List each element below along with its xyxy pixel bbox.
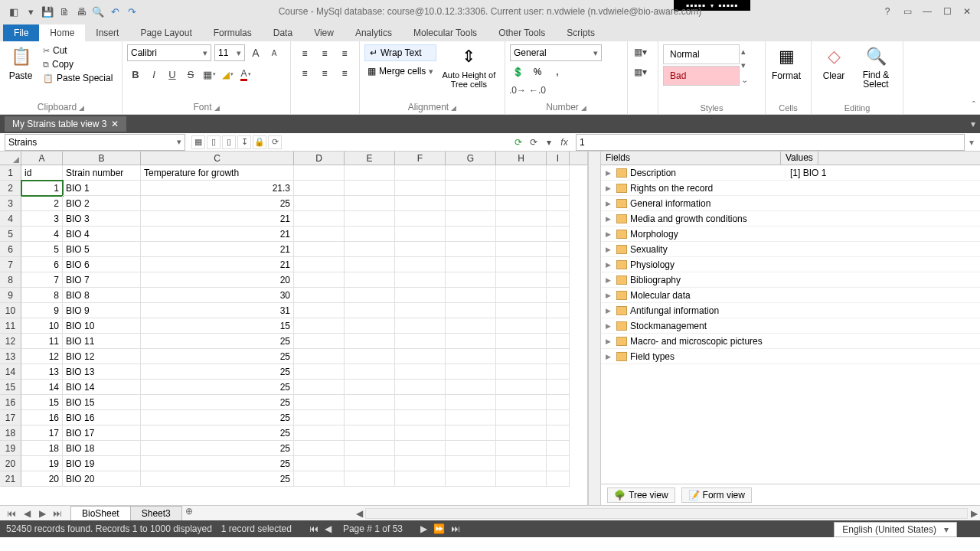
cell[interactable]: 25 [141, 410, 294, 425]
cell[interactable] [496, 211, 547, 227]
cell[interactable]: BIO 1 [63, 181, 141, 196]
cell[interactable]: 14 [21, 380, 63, 395]
cell[interactable] [294, 181, 345, 196]
cell[interactable] [345, 334, 395, 349]
cell[interactable]: 25 [141, 364, 294, 380]
align-left-button[interactable]: ≡ [296, 64, 314, 83]
expand-icon[interactable]: ▶ [606, 261, 613, 269]
tree-item[interactable]: ▶Stockmanagement [601, 318, 980, 334]
align-middle-button[interactable]: ≡ [315, 44, 334, 63]
cell[interactable]: 20 [21, 471, 63, 487]
tab-list-icon[interactable]: ▾ [971, 119, 975, 129]
styles-more-icon[interactable]: ⌄ [741, 75, 748, 85]
cell[interactable] [547, 165, 570, 181]
cell[interactable] [446, 227, 496, 242]
tab-insert[interactable]: Insert [85, 24, 129, 41]
sheet-prev-icon[interactable]: ◀ [20, 508, 34, 519]
sheet-last-icon[interactable]: ⏭ [51, 508, 64, 519]
comma-button[interactable]: , [550, 64, 565, 80]
cell[interactable]: BIO 12 [63, 349, 141, 364]
cell[interactable] [294, 165, 345, 181]
cell[interactable] [547, 303, 570, 318]
cell[interactable] [395, 318, 446, 334]
cell[interactable] [496, 303, 547, 318]
cell[interactable] [294, 288, 345, 303]
form-view-button[interactable]: 📝Form view [681, 487, 752, 503]
styles-down-icon[interactable]: ▾ [741, 60, 748, 70]
cell[interactable] [547, 242, 570, 257]
paste-special-button[interactable]: 📋Paste Special [41, 72, 114, 84]
print-icon[interactable]: 🖶 [74, 4, 89, 19]
preview-icon[interactable]: 🔍 [90, 4, 106, 19]
cell[interactable] [294, 227, 345, 242]
cell[interactable]: BIO 3 [63, 211, 141, 227]
cell[interactable]: 12 [21, 349, 63, 364]
cell[interactable]: BIO 6 [63, 257, 141, 272]
cell[interactable] [345, 441, 395, 456]
cell[interactable] [294, 272, 345, 288]
cell[interactable] [547, 395, 570, 410]
cell[interactable]: 5 [21, 242, 63, 257]
cell[interactable]: 11 [21, 334, 63, 349]
tree-item[interactable]: ▶Molecular data [601, 288, 980, 303]
tree-item[interactable]: ▶Physiology [601, 257, 980, 272]
number-launcher-icon[interactable]: ◢ [581, 104, 586, 112]
vertical-scrollbar[interactable] [588, 152, 600, 505]
currency-button[interactable]: 💲 [510, 64, 525, 80]
cell[interactable] [446, 272, 496, 288]
close-tab-icon[interactable]: ✕ [111, 119, 119, 129]
cell[interactable]: 25 [141, 196, 294, 211]
cell[interactable]: 21 [141, 242, 294, 257]
cell[interactable] [547, 181, 570, 196]
cell[interactable] [395, 425, 446, 441]
cell[interactable] [547, 441, 570, 456]
tab-analytics[interactable]: Analytics [345, 24, 403, 41]
grow-font-icon[interactable]: A [248, 45, 263, 60]
formula-expand-icon[interactable]: ▾ [969, 137, 980, 148]
row-header[interactable]: 14 [0, 364, 21, 380]
row-header[interactable]: 6 [0, 242, 21, 257]
cell[interactable] [496, 380, 547, 395]
cell[interactable]: 30 [141, 288, 294, 303]
cell[interactable]: BIO 13 [63, 364, 141, 380]
increase-decimal-button[interactable]: .0→ [510, 83, 525, 98]
tab-data[interactable]: Data [263, 24, 303, 41]
rec-first-icon[interactable]: ⏮ [307, 523, 321, 534]
row-header[interactable]: 21 [0, 471, 21, 487]
row-header[interactable]: 8 [0, 272, 21, 288]
cell[interactable] [547, 272, 570, 288]
align-right-button[interactable]: ≡ [335, 64, 354, 83]
undo-icon[interactable]: ↶ [107, 4, 122, 19]
language-selector[interactable]: English (United States) [834, 522, 957, 537]
cell[interactable]: id [21, 165, 63, 181]
cell[interactable] [446, 364, 496, 380]
cell[interactable] [395, 227, 446, 242]
cell[interactable] [496, 196, 547, 211]
cell[interactable] [446, 441, 496, 456]
cell[interactable] [496, 165, 547, 181]
cell[interactable] [345, 318, 395, 334]
cell[interactable] [294, 410, 345, 425]
cell[interactable] [547, 456, 570, 471]
font-color-button[interactable]: A [237, 66, 254, 83]
cell[interactable]: BIO 4 [63, 227, 141, 242]
ribbon-options-icon[interactable]: ▭ [899, 4, 916, 19]
cell[interactable] [395, 181, 446, 196]
cell[interactable]: 7 [21, 272, 63, 288]
cell[interactable] [496, 288, 547, 303]
styles-up-icon[interactable]: ▴ [741, 47, 748, 57]
row-header[interactable]: 12 [0, 334, 21, 349]
tree-view-button[interactable]: 🌳Tree view [607, 487, 675, 503]
expand-icon[interactable]: ▶ [606, 276, 613, 284]
decrease-decimal-button[interactable]: ←.0 [530, 83, 545, 98]
cell[interactable] [345, 456, 395, 471]
cell[interactable] [395, 349, 446, 364]
cell[interactable] [395, 196, 446, 211]
formula-input[interactable]: 1 [576, 134, 965, 151]
save-all-icon[interactable]: 🗎 [57, 4, 72, 19]
col-header-F[interactable]: F [395, 152, 446, 165]
cell[interactable]: 18 [21, 441, 63, 456]
row-header[interactable]: 5 [0, 227, 21, 242]
align-center-button[interactable]: ≡ [315, 64, 334, 83]
cell[interactable]: BIO 2 [63, 196, 141, 211]
